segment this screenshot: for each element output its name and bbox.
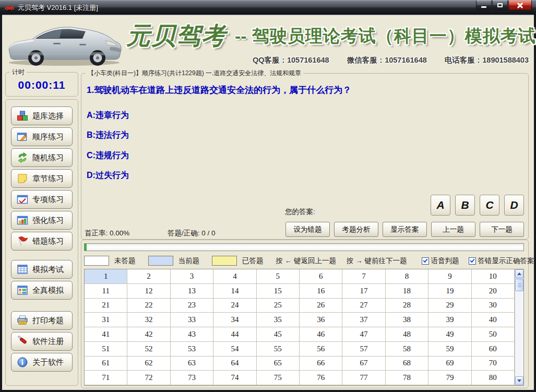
minimize-button[interactable]	[476, 1, 492, 10]
question-number-cell[interactable]: 4	[213, 269, 256, 284]
question-number-cell[interactable]: 54	[213, 342, 256, 357]
question-number-cell[interactable]: 16	[300, 284, 342, 299]
question-number-cell[interactable]: 80	[472, 371, 515, 385]
question-number-cell[interactable]: 17	[342, 284, 385, 299]
question-number-cell[interactable]: 2	[127, 269, 170, 284]
sidebar-button-full-simulation[interactable]: 全真模拟	[11, 281, 73, 300]
question-number-cell[interactable]: 49	[428, 327, 471, 342]
question-number-cell[interactable]: 63	[171, 357, 213, 371]
question-number-cell[interactable]: 5	[257, 269, 300, 284]
question-number-cell[interactable]: 22	[127, 299, 170, 313]
question-number-cell[interactable]: 41	[85, 327, 127, 342]
question-number-cell[interactable]: 61	[85, 357, 127, 371]
question-number-cell[interactable]: 67	[342, 357, 385, 371]
question-number-cell[interactable]: 75	[257, 371, 300, 385]
question-number-cell[interactable]: 47	[342, 327, 385, 342]
question-number-cell[interactable]: 60	[472, 342, 515, 357]
scrollbar-thumb[interactable]	[515, 279, 523, 291]
sidebar-button-print-questions[interactable]: 打印考题	[11, 311, 73, 330]
question-number-cell[interactable]: 66	[300, 357, 342, 371]
question-number-cell[interactable]: 52	[127, 342, 170, 357]
question-number-cell[interactable]: 11	[85, 284, 127, 299]
question-number-cell[interactable]: 15	[257, 284, 300, 299]
sidebar-button-intensive-practice[interactable]: 强化练习	[11, 211, 73, 230]
question-number-cell[interactable]: 55	[257, 342, 300, 357]
close-button[interactable]	[508, 1, 532, 10]
sidebar-button-software-registration[interactable]: 软件注册	[11, 332, 73, 351]
voice-judge-checkbox[interactable]: 语音判题	[422, 256, 459, 266]
question-number-cell[interactable]: 14	[213, 284, 256, 299]
question-number-cell[interactable]: 13	[171, 284, 213, 299]
question-number-cell[interactable]: 36	[300, 313, 342, 327]
question-number-cell[interactable]: 9	[428, 269, 471, 284]
question-number-cell[interactable]: 65	[257, 357, 300, 371]
question-number-cell[interactable]: 24	[213, 299, 256, 313]
question-number-cell[interactable]: 44	[213, 327, 256, 342]
sidebar-button-question-bank[interactable]: 题库选择	[11, 106, 73, 125]
question-number-cell[interactable]: 12	[127, 284, 170, 299]
question-number-cell[interactable]: 7	[342, 269, 385, 284]
sidebar-button-mock-exam[interactable]: 模拟考试	[11, 260, 73, 279]
question-number-cell[interactable]: 62	[127, 357, 170, 371]
question-number-cell[interactable]: 27	[342, 299, 385, 313]
question-number-cell[interactable]: 64	[213, 357, 256, 371]
question-number-cell[interactable]: 8	[386, 269, 428, 284]
question-number-cell[interactable]: 23	[171, 299, 213, 313]
question-number-cell[interactable]: 59	[428, 342, 471, 357]
question-number-cell[interactable]: 43	[171, 327, 213, 342]
next-question-button[interactable]: 下一题	[480, 222, 524, 237]
question-number-cell[interactable]: 45	[257, 327, 300, 342]
question-number-cell[interactable]: 38	[386, 313, 428, 327]
answer-button-d[interactable]: D	[504, 195, 524, 216]
question-number-cell[interactable]: 29	[428, 299, 471, 313]
question-number-cell[interactable]: 40	[472, 313, 515, 327]
question-number-cell[interactable]: 37	[342, 313, 385, 327]
question-number-cell[interactable]: 76	[300, 371, 342, 385]
question-number-cell[interactable]: 1	[85, 269, 127, 284]
question-number-cell[interactable]: 20	[472, 284, 515, 299]
question-number-cell[interactable]: 51	[85, 342, 127, 357]
question-number-cell[interactable]: 50	[472, 327, 515, 342]
question-number-cell[interactable]: 73	[171, 371, 213, 385]
question-number-cell[interactable]: 33	[171, 313, 213, 327]
question-number-cell[interactable]: 19	[428, 284, 471, 299]
sidebar-button-sequential-practice[interactable]: 顺序练习	[11, 127, 73, 146]
question-number-cell[interactable]: 71	[85, 371, 127, 385]
previous-question-button[interactable]: 上一题	[431, 222, 475, 237]
answer-button-a[interactable]: A	[431, 195, 450, 216]
question-number-cell[interactable]: 26	[300, 299, 342, 313]
answer-button-b[interactable]: B	[455, 195, 475, 216]
question-number-cell[interactable]: 48	[386, 327, 428, 342]
question-number-cell[interactable]: 32	[127, 313, 170, 327]
show-answer-button[interactable]: 显示答案	[383, 222, 427, 237]
question-number-cell[interactable]: 58	[386, 342, 428, 357]
sidebar-button-about-software[interactable]: 关于软件	[11, 353, 73, 372]
question-number-cell[interactable]: 53	[171, 342, 213, 357]
question-number-cell[interactable]: 79	[428, 371, 471, 385]
show-correct-on-wrong-checkbox[interactable]: 答错显示正确答案	[469, 256, 534, 266]
question-number-cell[interactable]: 74	[213, 371, 256, 385]
answer-button-c[interactable]: C	[480, 195, 499, 216]
question-number-cell[interactable]: 35	[257, 313, 300, 327]
question-number-cell[interactable]: 39	[428, 313, 471, 327]
sidebar-button-chapter-practice[interactable]: 章节练习	[11, 169, 73, 188]
question-number-cell[interactable]: 46	[300, 327, 342, 342]
question-number-cell[interactable]: 69	[428, 357, 471, 371]
question-number-cell[interactable]: 70	[472, 357, 515, 371]
question-number-cell[interactable]: 6	[300, 269, 342, 284]
question-number-cell[interactable]: 56	[300, 342, 342, 357]
scroll-up-button[interactable]	[515, 269, 523, 278]
question-number-cell[interactable]: 10	[472, 269, 515, 284]
question-analysis-button[interactable]: 考题分析	[334, 222, 378, 237]
mark-wrong-button[interactable]: 设为错题	[285, 222, 330, 237]
maximize-button[interactable]	[492, 1, 508, 10]
sidebar-button-random-practice[interactable]: 随机练习	[11, 148, 73, 167]
question-number-cell[interactable]: 31	[85, 313, 127, 327]
question-number-cell[interactable]: 18	[386, 284, 428, 299]
sidebar-button-wrong-question-practice[interactable]: 错题练习	[11, 232, 73, 251]
question-number-cell[interactable]: 3	[171, 269, 213, 284]
question-number-cell[interactable]: 72	[127, 371, 170, 385]
scroll-down-button[interactable]	[515, 376, 523, 385]
grid-scrollbar[interactable]	[515, 269, 523, 385]
question-number-cell[interactable]: 78	[386, 371, 428, 385]
